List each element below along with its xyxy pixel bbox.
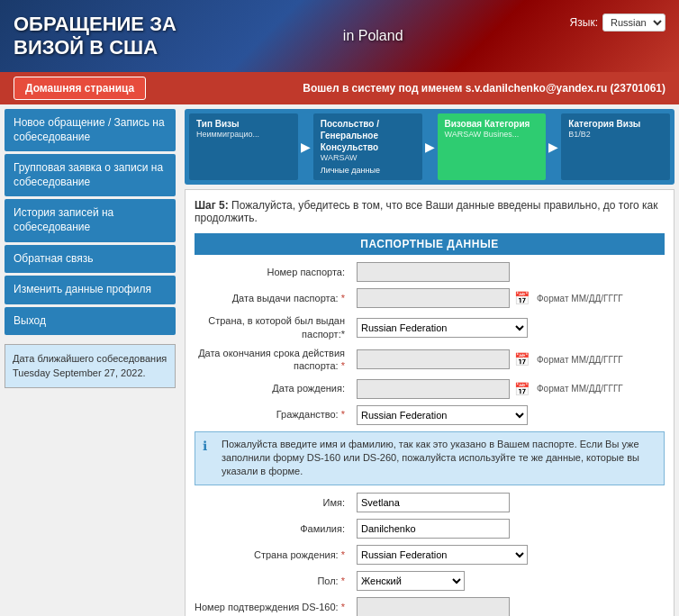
step-visa-class: Категория Визы B1/B2 xyxy=(561,113,670,180)
nav-bar: Домашняя страница Вошел в систему под им… xyxy=(0,72,679,104)
main-layout: Новое обращение / Запись на собеседовани… xyxy=(0,104,679,616)
date-format-birth: Формат ММ/ДД/ГГГГ xyxy=(537,384,623,394)
citizenship-select[interactable]: Russian Federation United States Poland xyxy=(357,405,528,425)
language-select[interactable]: Russian English xyxy=(602,14,665,32)
sidebar-item-logout[interactable]: Выход xyxy=(5,307,176,336)
gender-label: Пол: * xyxy=(195,575,352,587)
date-format-expiry: Формат ММ/ДД/ГГГГ xyxy=(537,355,623,365)
name-info-text: Пожалуйста введите имя и фамилию, так ка… xyxy=(222,438,656,479)
citizenship-label: Гражданство: * xyxy=(195,408,352,421)
arrow-1: ▶ xyxy=(301,113,311,180)
arrow-3: ▶ xyxy=(548,113,558,180)
sidebar-item-edit-profile[interactable]: Изменить данные профиля xyxy=(5,276,176,304)
sidebar-item-history[interactable]: История записей на собеседование xyxy=(5,199,176,241)
ds160-number-row: Номер подтверждения DS-160: * xyxy=(195,597,665,616)
birth-date-label: Дата рождения: xyxy=(195,382,352,394)
passport-country-label: Страна, в которой был выдан паспорт:* xyxy=(195,314,352,340)
passport-number-input[interactable] xyxy=(357,262,510,282)
ds160-number-label: Номер подтверждения DS-160: * xyxy=(195,601,352,613)
passport-issue-date-input[interactable] xyxy=(357,288,510,308)
sidebar-item-feedback[interactable]: Обратная связь xyxy=(5,245,176,274)
gender-select[interactable]: Женский Мужской xyxy=(357,571,465,591)
step-visa-category: Визовая Категория WARSAW Busines... xyxy=(438,113,547,180)
date-format-issue: Формат ММ/ДД/ГГГГ xyxy=(537,294,623,303)
next-interview-date: Дата ближайшего собеседования Tuesday Se… xyxy=(5,344,176,388)
name-info-box: ℹ Пожалуйста введите имя и фамилию, так … xyxy=(195,431,665,485)
home-button[interactable]: Домашняя страница xyxy=(14,77,146,100)
passport-expiry-date-label: Дата окончания срока действия паспорта: … xyxy=(195,347,352,373)
step-instruction-text: Пожалуйста, убедитесь в том, что все Ваш… xyxy=(195,199,657,224)
lang-label: Язык: xyxy=(570,16,598,29)
birth-country-label: Страна рождения: * xyxy=(195,548,352,561)
passport-country-select[interactable]: Russian Federation United States Poland xyxy=(357,318,528,338)
birth-date-row: Дата рождения: 📅 Формат ММ/ДД/ГГГГ xyxy=(195,379,665,399)
calendar-icon-birth[interactable]: 📅 xyxy=(514,382,530,396)
gender-row: Пол: * Женский Мужской xyxy=(195,571,665,591)
first-name-row: Имя: xyxy=(195,493,665,512)
step-visa-type: Тип Визы Неиммиграцио... xyxy=(189,113,298,180)
form-area: Шаг 5: Пожалуйста, убедитесь в том, что … xyxy=(185,189,674,616)
sidebar-item-group-application[interactable]: Групповая заявка о записи на собеседован… xyxy=(5,154,176,196)
first-name-label: Имя: xyxy=(195,496,352,509)
sidebar: Новое обращение / Запись на собеседовани… xyxy=(0,104,180,616)
last-name-input[interactable] xyxy=(357,519,510,539)
passport-issue-date-label: Дата выдачи паспорта: * xyxy=(195,292,352,304)
user-text: Вошел в систему под именем xyxy=(303,82,462,95)
header-title: ОБРАЩЕНИЕ ЗА ВИЗОЙ В США xyxy=(14,13,177,60)
language-selector-area: Язык: Russian English xyxy=(570,9,665,32)
passport-number-label: Номер паспорта: xyxy=(195,266,352,278)
passport-issue-date-row: Дата выдачи паспорта: * 📅 Формат ММ/ДД/Г… xyxy=(195,288,665,308)
step-number: Шаг 5: xyxy=(195,199,229,212)
arrow-2: ▶ xyxy=(425,113,435,180)
ds160-number-input[interactable] xyxy=(357,597,510,616)
passport-section-header: ПАСПОРТНЫЕ ДАННЫЕ xyxy=(195,233,665,255)
last-name-row: Фамилия: xyxy=(195,519,665,539)
birth-country-select[interactable]: Russian Federation United States Poland xyxy=(357,545,528,565)
progress-bar: Тип Визы Неиммиграцио... ▶ Посольство / … xyxy=(185,109,674,185)
birth-country-row: Страна рождения: * Russian Federation Un… xyxy=(195,545,665,565)
header-subtitle: in Poland xyxy=(343,28,403,44)
user-info: Вошел в систему под именем s.v.danilchen… xyxy=(303,82,665,95)
step-embassy: Посольство / Генеральное Консульство WAR… xyxy=(313,113,422,180)
last-name-label: Фамилия: xyxy=(195,522,352,535)
calendar-icon-issue[interactable]: 📅 xyxy=(514,291,530,305)
passport-country-row: Страна, в которой был выдан паспорт:* Ru… xyxy=(195,314,665,340)
step-instruction: Шаг 5: Пожалуйста, убедитесь в том, что … xyxy=(195,199,665,224)
calendar-icon-expiry[interactable]: 📅 xyxy=(514,352,530,367)
citizenship-row: Гражданство: * Russian Federation United… xyxy=(195,405,665,425)
title-line1: ОБРАЩЕНИЕ ЗА xyxy=(14,13,177,36)
birth-date-input[interactable] xyxy=(357,379,510,399)
content-area: Тип Визы Неиммиграцио... ▶ Посольство / … xyxy=(180,104,679,616)
passport-expiry-date-input[interactable] xyxy=(357,349,510,369)
passport-expiry-date-row: Дата окончания срока действия паспорта: … xyxy=(195,347,665,373)
sidebar-item-new-application[interactable]: Новое обращение / Запись на собеседовани… xyxy=(5,109,176,151)
info-icon: ℹ xyxy=(203,438,217,456)
user-email: s.v.danilchenko@yandex.ru (23701061) xyxy=(466,82,665,95)
header: ОБРАЩЕНИЕ ЗА ВИЗОЙ В США in Poland Язык:… xyxy=(0,0,679,72)
passport-number-row: Номер паспорта: xyxy=(195,262,665,282)
first-name-input[interactable] xyxy=(357,493,510,512)
title-line2: ВИЗОЙ В США xyxy=(14,36,177,59)
